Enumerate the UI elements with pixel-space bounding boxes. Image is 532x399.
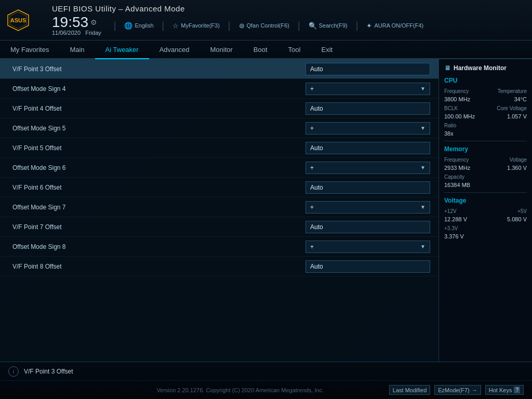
chevron-down-icon: ▼ [420, 86, 425, 91]
hotkeys-button[interactable]: Hot Keys ? [485, 385, 524, 395]
globe-icon: 🌐 [124, 22, 132, 30]
cpu-bclk-row: BCLK Core Voltage [444, 105, 527, 111]
setting-row-oms6[interactable]: Offset Mode Sign 6 + ▼ [0, 158, 438, 178]
aura-button[interactable]: ✦ AURA ON/OFF(F4) [366, 22, 423, 30]
setting-label-vf7: V/F Point 7 Offset [8, 223, 305, 231]
setting-value-vf6[interactable]: Auto [305, 181, 430, 194]
tab-my-favorites[interactable]: My Favorites [0, 41, 59, 59]
tab-boot[interactable]: Boot [243, 41, 278, 59]
setting-value-vf7[interactable]: Auto [305, 221, 430, 233]
my-favorite-button[interactable]: ☆ MyFavorite(F3) [172, 22, 220, 30]
mem-cap-value: 16384 MB [444, 182, 527, 188]
setting-label-oms7: Offset Mode Sign 7 [8, 204, 305, 211]
setting-value-oms7[interactable]: + ▼ [305, 201, 430, 214]
setting-label-vf8: V/F Point 8 Offset [8, 263, 305, 270]
separator: | [298, 20, 300, 31]
cpu-cv-label: Core Voltage [497, 105, 527, 111]
mem-cap-label: Capacity [444, 174, 464, 180]
separator: | [162, 20, 165, 31]
setting-value-oms8[interactable]: + ▼ [305, 241, 430, 253]
cpu-ratio-value: 38x [444, 130, 527, 137]
volt-5-value: 5.080 V [507, 216, 527, 222]
asus-logo: ASUS [5, 7, 31, 33]
mem-freq-val-row: 2933 MHz 1.360 V [444, 165, 527, 172]
monitor-icon: 🖥 [444, 64, 450, 72]
setting-label-oms8: Offset Mode Sign 8 [8, 243, 305, 250]
datetime-block: 19:53 ⚙ 11/06/2020 Friday [52, 15, 101, 36]
aura-icon: ✦ [366, 22, 372, 30]
arrow-icon: → [472, 387, 477, 393]
date-display: 11/06/2020 Friday [52, 30, 101, 36]
mem-volt-value: 1.360 V [507, 165, 527, 171]
setting-value-vf8[interactable]: Auto [305, 260, 430, 273]
qfan-button[interactable]: ⊛ Qfan Control(F6) [239, 22, 290, 30]
voltage-section-title: Voltage [444, 197, 527, 205]
setting-row-vf5[interactable]: V/F Point 5 Offset Auto [0, 138, 438, 158]
settings-panel: V/F Point 3 Offset Auto Offset Mode Sign… [0, 59, 438, 362]
tab-exit[interactable]: Exit [311, 41, 343, 59]
setting-label-oms4: Offset Mode Sign 4 [8, 85, 305, 92]
volt-12-value: 12.288 V [444, 216, 467, 222]
cpu-bclk-val-row: 100.00 MHz 1.057 V [444, 113, 527, 121]
hardware-monitor-panel: 🖥 Hardware Monitor CPU Frequency Tempera… [438, 59, 532, 362]
setting-value-oms5[interactable]: + ▼ [305, 122, 430, 135]
tab-ai-tweaker[interactable]: Ai Tweaker [95, 41, 149, 59]
mem-freq-row: Frequency Voltage [444, 157, 527, 163]
setting-row-oms8[interactable]: Offset Mode Sign 8 + ▼ [0, 237, 438, 257]
setting-value-vf5[interactable]: Auto [305, 142, 430, 154]
bios-title: UEFI BIOS Utility – Advanced Mode [52, 4, 527, 13]
clock-time: 19:53 [52, 15, 88, 30]
chevron-down-icon: ▼ [420, 204, 425, 210]
cpu-bclk-value: 100.00 MHz [444, 113, 475, 119]
setting-row-oms4[interactable]: Offset Mode Sign 4 + ▼ [0, 79, 438, 99]
setting-row-vf6[interactable]: V/F Point 6 Offset Auto [0, 178, 438, 197]
nav-bar: My Favorites Main Ai Tweaker Advanced Mo… [0, 41, 532, 59]
tab-tool[interactable]: Tool [278, 41, 311, 59]
fan-icon: ⊛ [239, 22, 245, 30]
hw-divider-1 [444, 141, 527, 141]
svg-text:ASUS: ASUS [10, 17, 26, 23]
volt-12-val-row: 12.288 V 5.080 V [444, 216, 527, 223]
last-modified-button[interactable]: Last Modified [389, 385, 430, 395]
cpu-cv-value: 1.057 V [507, 113, 527, 119]
separator: | [356, 20, 358, 31]
setting-row-vf3[interactable]: V/F Point 3 Offset Auto [0, 59, 438, 79]
separator: | [114, 20, 116, 31]
mem-volt-label: Voltage [510, 157, 527, 163]
cpu-freq-label: Frequency [444, 88, 469, 94]
tab-advanced[interactable]: Advanced [149, 41, 200, 59]
chevron-down-icon: ▼ [420, 165, 425, 170]
setting-row-oms7[interactable]: Offset Mode Sign 7 + ▼ [0, 197, 438, 217]
volt-33-label: +3.3V [444, 225, 458, 231]
setting-value-vf4[interactable]: Auto [305, 102, 430, 115]
setting-row-oms5[interactable]: Offset Mode Sign 5 + ▼ [0, 118, 438, 138]
setting-label-oms5: Offset Mode Sign 5 [8, 125, 305, 132]
cpu-section-title: CPU [444, 77, 527, 85]
setting-value-oms4[interactable]: + ▼ [305, 83, 430, 95]
tab-main[interactable]: Main [59, 41, 95, 59]
volt-5-label: +5V [517, 208, 527, 214]
cpu-ratio-row: Ratio [444, 123, 527, 128]
setting-row-vf4[interactable]: V/F Point 4 Offset Auto [0, 99, 438, 118]
status-bar: i V/F Point 3 Offset [0, 362, 532, 380]
chevron-down-icon: ▼ [420, 125, 425, 131]
tab-monitor[interactable]: Monitor [200, 41, 243, 59]
settings-list: V/F Point 3 Offset Auto Offset Mode Sign… [0, 59, 438, 362]
separator: | [228, 20, 231, 31]
chevron-down-icon: ▼ [420, 244, 425, 249]
ezmode-button[interactable]: EzMode(F7) → [434, 385, 481, 395]
search-button[interactable]: 🔍 Search(F9) [309, 22, 348, 30]
cpu-temp-value: 34°C [514, 96, 527, 102]
footer-copyright: Version 2.20.1276. Copyright (C) 2020 Am… [91, 387, 389, 393]
header-info-bar: 19:53 ⚙ 11/06/2020 Friday | 🌐 English | … [52, 15, 527, 36]
header-title-area: UEFI BIOS Utility – Advanced Mode 19:53 … [52, 4, 527, 36]
setting-row-vf8[interactable]: V/F Point 8 Offset Auto [0, 257, 438, 276]
language-button[interactable]: 🌐 English [124, 22, 153, 30]
footer-bar: Version 2.20.1276. Copyright (C) 2020 Am… [0, 380, 532, 399]
gear-icon[interactable]: ⚙ [90, 19, 97, 26]
setting-row-vf7[interactable]: V/F Point 7 Offset Auto [0, 217, 438, 237]
volt-33-row: +3.3V [444, 225, 527, 231]
setting-value-vf3[interactable]: Auto [305, 63, 430, 75]
question-icon: ? [514, 387, 520, 393]
setting-value-oms6[interactable]: + ▼ [305, 162, 430, 174]
